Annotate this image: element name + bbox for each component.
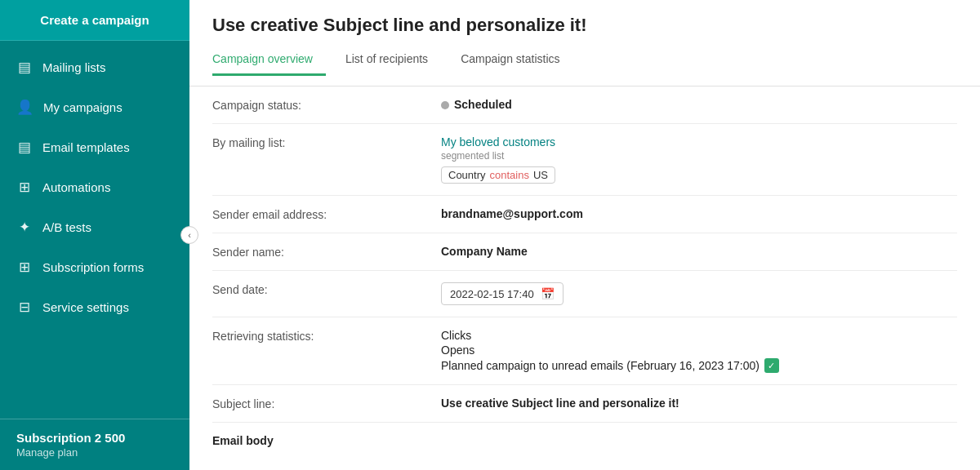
main-content: Use creative Subject line and personaliz…: [189, 0, 980, 470]
label-sender-name: Sender name:: [212, 245, 441, 259]
row-send-date: Send date:2022-02-15 17:40📅: [212, 271, 957, 317]
row-retrieving-statistics: Retrieving statistics:ClicksOpensPlanned…: [212, 317, 957, 385]
sidebar-item-mailing-lists[interactable]: ▤Mailing lists: [0, 47, 189, 87]
planned-campaign-text: Planned campaign to unread emails (Febru…: [441, 359, 760, 372]
stat-opens: Opens: [441, 344, 957, 357]
value-retrieving-statistics: ClicksOpensPlanned campaign to unread em…: [441, 329, 957, 373]
check-icon: ✓: [764, 358, 779, 373]
service-settings-icon: ⊟: [16, 299, 33, 316]
email-body-section: Email body: [212, 423, 957, 447]
value-by-mailing-list[interactable]: My beloved customerssegmented listCountr…: [441, 135, 957, 184]
value-subject-line: Use creative Subject line and personaliz…: [441, 397, 957, 410]
my-campaigns-icon: 👤: [16, 99, 33, 116]
send-date-input[interactable]: 2022-02-15 17:40📅: [441, 282, 564, 305]
stats-list: ClicksOpensPlanned campaign to unread em…: [441, 329, 957, 373]
status-dot-icon: [441, 101, 449, 109]
create-campaign-button[interactable]: Create a campaign: [0, 0, 189, 41]
label-retrieving-statistics: Retrieving statistics:: [212, 329, 441, 343]
mailing-lists-icon: ▤: [16, 59, 33, 76]
sidebar-footer: Subscription 2 500 Manage plan: [0, 419, 189, 470]
ab-tests-icon: ✦: [16, 219, 33, 236]
sidebar: Create a campaign ▤Mailing lists👤My camp…: [0, 0, 189, 470]
row-sender-name: Sender name:Company Name: [212, 233, 957, 271]
manage-plan-link[interactable]: Manage plan: [16, 446, 173, 459]
tag-operator: contains: [490, 169, 529, 181]
my-campaigns-label: My campaigns: [43, 100, 122, 114]
label-by-mailing-list: By mailing list:: [212, 135, 441, 149]
automations-label: Automations: [42, 180, 110, 194]
planned-campaign-row: Planned campaign to unread emails (Febru…: [441, 358, 957, 373]
sidebar-item-automations[interactable]: ⊞Automations: [0, 167, 189, 207]
row-campaign-status: Campaign status:Scheduled: [212, 86, 957, 124]
tab-campaign-overview[interactable]: Campaign overview: [212, 46, 326, 76]
tabs-bar: Campaign overviewList of recipientsCampa…: [212, 46, 957, 76]
plan-name: Subscription 2 500: [16, 431, 173, 445]
calendar-icon[interactable]: 📅: [541, 287, 555, 300]
automations-icon: ⊞: [16, 179, 33, 196]
tab-list-of-recipients[interactable]: List of recipients: [345, 46, 441, 76]
row-subject-line: Subject line:Use creative Subject line a…: [212, 385, 957, 423]
main-header: Use creative Subject line and personaliz…: [189, 0, 980, 86]
subscription-forms-label: Subscription forms: [42, 260, 144, 274]
sidebar-item-subscription-forms[interactable]: ⊞Subscription forms: [0, 247, 189, 287]
tag-field: Country: [448, 169, 486, 181]
email-templates-icon: ▤: [16, 139, 33, 156]
email-body-title: Email body: [212, 434, 957, 447]
label-send-date: Send date:: [212, 282, 441, 296]
label-campaign-status: Campaign status:: [212, 98, 441, 112]
sidebar-item-service-settings[interactable]: ⊟Service settings: [0, 287, 189, 327]
sidebar-item-email-templates[interactable]: ▤Email templates: [0, 127, 189, 167]
mailing-lists-label: Mailing lists: [42, 60, 106, 74]
ab-tests-label: A/B tests: [42, 220, 91, 234]
subscription-forms-icon: ⊞: [16, 259, 33, 276]
sidebar-item-ab-tests[interactable]: ✦A/B tests: [0, 207, 189, 247]
email-templates-label: Email templates: [42, 140, 130, 154]
tag-value: US: [533, 169, 548, 181]
row-sender-email: Sender email address:brandname@support.c…: [212, 196, 957, 233]
service-settings-label: Service settings: [42, 300, 129, 314]
value-sender-name: Company Name: [441, 245, 957, 258]
row-by-mailing-list: By mailing list:My beloved customerssegm…: [212, 124, 957, 196]
tab-campaign-statistics[interactable]: Campaign statistics: [461, 46, 572, 76]
stat-clicks: Clicks: [441, 329, 957, 342]
value-send-date[interactable]: 2022-02-15 17:40📅: [441, 282, 957, 305]
mailing-list-link[interactable]: My beloved customers: [441, 135, 555, 149]
value-sender-email: brandname@support.com: [441, 207, 957, 220]
label-sender-email: Sender email address:: [212, 207, 441, 221]
segmented-label: segmented list: [441, 150, 957, 162]
value-campaign-status: Scheduled: [441, 98, 957, 111]
content-area: Campaign status:ScheduledBy mailing list…: [189, 86, 980, 463]
segment-tag: CountrycontainsUS: [441, 166, 555, 184]
label-subject-line: Subject line:: [212, 397, 441, 410]
sidebar-collapse-button[interactable]: ‹: [180, 226, 198, 244]
page-title: Use creative Subject line and personaliz…: [212, 15, 957, 36]
status-text: Scheduled: [454, 98, 512, 111]
sidebar-nav: ▤Mailing lists👤My campaigns▤Email templa…: [0, 41, 189, 419]
sidebar-item-my-campaigns[interactable]: 👤My campaigns: [0, 87, 189, 127]
send-date-value: 2022-02-15 17:40: [450, 288, 534, 300]
